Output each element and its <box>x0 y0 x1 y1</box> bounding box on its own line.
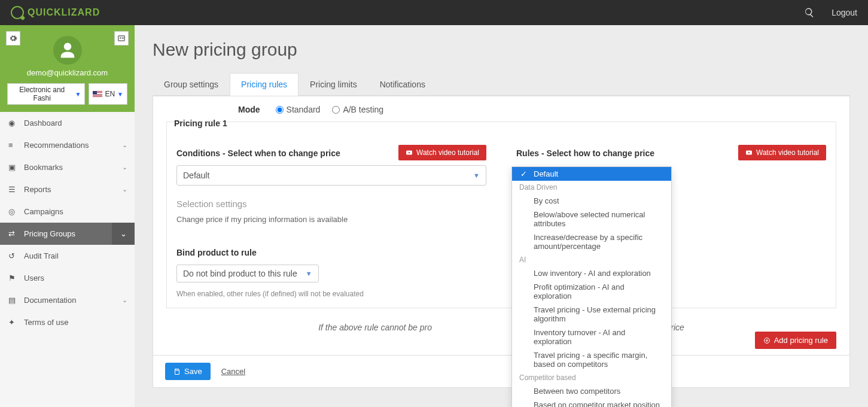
rules-option[interactable]: Increase/decrease by a specific amount/p… <box>512 230 671 253</box>
nav-list: ◉Dashboard≡Recommendations⌄▣Bookmarks⌄☰R… <box>0 112 135 333</box>
tab-pricing-limits[interactable]: Pricing limits <box>299 73 368 95</box>
rules-option[interactable]: Profit optimization - AI and exploration <box>512 280 671 303</box>
rules-option[interactable]: Travel pricing - a specific margin, base… <box>512 348 671 371</box>
topbar-right: Logout <box>804 7 857 18</box>
nav-label: Pricing Groups <box>24 229 75 238</box>
nav-label: Bookmarks <box>24 163 63 172</box>
rules-option-default[interactable]: Default <box>512 167 671 181</box>
sidebar-item-users[interactable]: ⚑Users <box>0 267 135 289</box>
rule-box: Pricing rule 1 Watch video tutorial Cond… <box>166 122 836 308</box>
rules-option[interactable]: Inventory turnover - AI and exploration <box>512 326 671 348</box>
youtube-icon <box>745 149 753 156</box>
chevron-down-icon: ▼ <box>75 91 81 98</box>
rules-option[interactable]: Low inventory - AI and exploration <box>512 266 671 280</box>
tab-group-settings[interactable]: Group settings <box>153 73 230 95</box>
rules-option[interactable]: Between two competitors <box>512 384 671 398</box>
sidebar-item-documentation[interactable]: ▤Documentation⌄ <box>0 289 135 311</box>
sidebar-header: demo@quicklizard.com Electronic and Fash… <box>0 25 135 112</box>
mode-label: Mode <box>238 105 260 114</box>
store-selector[interactable]: Electronic and Fashi▼ <box>7 83 85 105</box>
sidebar-item-audit-trail[interactable]: ↺Audit Trail <box>0 245 135 267</box>
plus-circle-icon <box>763 337 770 344</box>
nav-icon: ▣ <box>8 163 18 172</box>
chevron-down-icon: ⌄ <box>122 296 127 304</box>
watch-tutorial-label: Watch video tutorial <box>756 148 819 157</box>
language-label: EN <box>105 90 115 98</box>
save-icon <box>173 368 181 375</box>
nav-icon: ⚑ <box>8 274 18 283</box>
rules-column: Watch video tutorial Rules - Select how … <box>516 148 826 298</box>
language-selector[interactable]: EN▼ <box>89 83 127 105</box>
mode-ab-label: A/B testing <box>343 105 383 114</box>
svg-rect-3 <box>122 38 124 39</box>
add-rule-label: Add pricing rule <box>774 336 828 345</box>
settings-gear-button[interactable] <box>6 31 20 45</box>
mode-ab-radio[interactable]: A/B testing <box>332 105 383 114</box>
id-card-button[interactable] <box>114 31 129 45</box>
mode-standard-radio[interactable]: Standard <box>276 105 321 114</box>
sidebar-item-campaigns[interactable]: ◎Campaigns <box>0 201 135 223</box>
chevron-down-icon: ▼ <box>306 270 312 277</box>
mode-ab-input[interactable] <box>332 106 340 114</box>
rules-group-competitor-based: Competitor based <box>512 371 671 384</box>
nav-label: Documentation <box>24 296 76 305</box>
logout-link[interactable]: Logout <box>832 8 857 17</box>
conditions-value: Default <box>183 171 209 180</box>
nav-icon: ◎ <box>8 207 18 216</box>
brand-logo-icon <box>11 6 24 19</box>
tabs: Group settingsPricing rulesPricing limit… <box>153 73 850 96</box>
brand-text: QUICKLIZARD <box>28 7 100 18</box>
watch-tutorial-conditions-button[interactable]: Watch video tutorial <box>398 145 486 160</box>
chevron-down-icon: ▼ <box>117 91 123 98</box>
nav-label: Reports <box>24 185 51 194</box>
main-content: New pricing group Group settingsPricing … <box>135 25 868 407</box>
search-icon[interactable] <box>804 7 815 18</box>
nav-icon: ☰ <box>8 185 18 194</box>
nav-icon: ▤ <box>8 296 18 305</box>
bind-dropdown[interactable]: Do not bind product to this rule ▼ <box>176 265 319 283</box>
avatar <box>53 36 82 65</box>
rules-group-ai: AI <box>512 253 671 266</box>
rules-option[interactable]: Based on competitor market position <box>512 398 671 407</box>
rules-option[interactable]: By cost <box>512 194 671 208</box>
rules-dropdown-open[interactable]: DefaultData DrivenBy costBelow/above sel… <box>511 166 672 407</box>
sidebar-item-bookmarks[interactable]: ▣Bookmarks⌄ <box>0 156 135 178</box>
user-email: demo@quicklizard.com <box>7 68 127 77</box>
chevron-down-icon: ▼ <box>473 172 480 179</box>
rules-option[interactable]: Below/above selected numerical attribute… <box>512 208 671 230</box>
brand: QUICKLIZARD <box>11 6 100 19</box>
bind-helper: When enabled, other rules (if defined) w… <box>176 290 486 298</box>
sidebar-item-pricing-groups[interactable]: ⇄Pricing Groups⌄ <box>0 223 135 245</box>
watch-tutorial-label: Watch video tutorial <box>416 148 479 157</box>
sidebar-item-terms-of-use[interactable]: ✦Terms of use <box>0 311 135 333</box>
cancel-link[interactable]: Cancel <box>221 367 245 376</box>
nav-icon: ↺ <box>8 251 18 260</box>
rules-option[interactable]: Travel pricing - Use external pricing al… <box>512 303 671 326</box>
svg-rect-7 <box>176 369 178 370</box>
save-button[interactable]: Save <box>165 363 211 380</box>
conditions-dropdown[interactable]: Default ▼ <box>176 165 486 186</box>
mode-standard-label: Standard <box>287 105 321 114</box>
bind-value: Do not bind product to this rule <box>183 269 297 278</box>
mode-standard-input[interactable] <box>276 106 284 114</box>
nav-icon: ⇄ <box>8 229 18 238</box>
watch-tutorial-rules-button[interactable]: Watch video tutorial <box>738 145 826 160</box>
chevron-down-icon[interactable]: ⌄ <box>112 223 135 245</box>
tab-pricing-rules[interactable]: Pricing rules <box>230 73 299 96</box>
sidebar-item-recommendations[interactable]: ≡Recommendations⌄ <box>0 134 135 156</box>
nav-label: Users <box>24 274 44 283</box>
youtube-icon <box>406 149 413 156</box>
fallback-text: If the above rule cannot be pro cessed, … <box>166 323 836 332</box>
fallback-visible-left: If the above rule cannot be pro <box>318 323 432 332</box>
sidebar: demo@quicklizard.com Electronic and Fash… <box>0 25 135 407</box>
nav-icon: ✦ <box>8 318 18 327</box>
conditions-column: Watch video tutorial Conditions - Select… <box>176 148 486 298</box>
sidebar-item-reports[interactable]: ☰Reports⌄ <box>0 178 135 201</box>
rule-title: Pricing rule 1 <box>174 119 227 128</box>
add-pricing-rule-button[interactable]: Add pricing rule <box>755 332 836 349</box>
sidebar-item-dashboard[interactable]: ◉Dashboard <box>0 112 135 134</box>
svg-point-1 <box>120 37 121 38</box>
topbar: QUICKLIZARD Logout <box>0 0 868 25</box>
nav-label: Audit Trail <box>24 251 59 260</box>
tab-notifications[interactable]: Notifications <box>368 73 437 95</box>
